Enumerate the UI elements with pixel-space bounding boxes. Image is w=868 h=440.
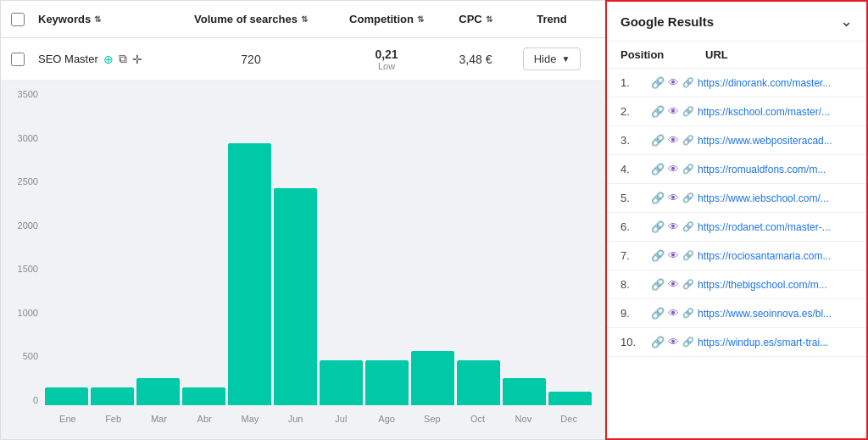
link-icon[interactable]: 🔗 — [651, 134, 665, 147]
volume-sort-icon: ⇅ — [301, 14, 308, 24]
chart-bar — [457, 360, 500, 405]
cpc-column-header[interactable]: CPC ⇅ — [442, 13, 509, 25]
external-link-icon[interactable]: 🔗 — [682, 77, 694, 88]
chart-bar — [136, 378, 180, 405]
eye-icon[interactable]: 👁 — [668, 192, 679, 204]
eye-icon[interactable]: 👁 — [668, 278, 679, 291]
bar-group — [320, 89, 363, 405]
result-item: 6.🔗👁🔗https://rodanet.com/master-... — [607, 213, 866, 242]
eye-icon[interactable]: 👁 — [668, 105, 679, 118]
hide-chevron-icon: ▼ — [561, 54, 570, 64]
result-url[interactable]: https://thebigschool.com/m... — [698, 279, 827, 291]
eye-icon[interactable]: 👁 — [668, 76, 679, 89]
competition-level: Low — [331, 61, 442, 71]
chevron-down-icon[interactable]: ⌄ — [840, 12, 853, 31]
result-position: 8. — [620, 278, 651, 291]
external-link-icon[interactable]: 🔗 — [682, 250, 694, 261]
select-all-checkbox[interactable] — [1, 13, 35, 26]
external-link-icon[interactable]: 🔗 — [682, 164, 694, 175]
chart-bar — [411, 351, 454, 405]
bar-group — [457, 89, 500, 405]
result-url[interactable]: https://dinorank.com/master... — [698, 77, 831, 89]
row-checkbox[interactable] — [1, 53, 35, 66]
link-icon[interactable]: 🔗 — [651, 163, 665, 175]
eye-icon[interactable]: 👁 — [668, 134, 679, 147]
x-axis-label: Jul — [319, 414, 364, 424]
link-icon[interactable]: 🔗 — [651, 105, 665, 118]
link-icon[interactable]: 🔗 — [651, 278, 665, 291]
link-icon[interactable]: 🔗 — [651, 192, 665, 204]
competition-column-header[interactable]: Competition ⇅ — [331, 13, 442, 25]
external-link-icon[interactable]: 🔗 — [682, 135, 694, 146]
link-icon[interactable]: 🔗 — [651, 220, 665, 233]
result-action-icons: 🔗👁🔗 — [651, 307, 694, 320]
external-link-icon[interactable]: 🔗 — [682, 279, 694, 290]
result-position: 7. — [620, 249, 651, 262]
copy-keyword-icon[interactable]: ⧉ — [119, 52, 127, 66]
external-link-icon[interactable]: 🔗 — [682, 106, 694, 117]
external-link-icon[interactable]: 🔗 — [682, 337, 694, 348]
volume-value: 720 — [241, 53, 260, 66]
link-icon[interactable]: 🔗 — [651, 249, 665, 262]
bar-group — [365, 89, 409, 405]
competition-value: 0,21 — [331, 47, 442, 61]
eye-icon[interactable]: 👁 — [668, 249, 679, 262]
result-url[interactable]: https://www.seoinnova.es/bl... — [698, 308, 832, 320]
trend-cell: Hide ▼ — [509, 47, 594, 70]
eye-icon[interactable]: 👁 — [668, 307, 679, 320]
result-url[interactable]: https://rodanet.com/master-... — [698, 221, 831, 233]
external-link-icon[interactable]: 🔗 — [682, 308, 694, 319]
result-action-icons: 🔗👁🔗 — [651, 134, 694, 147]
competition-label: Competition — [349, 13, 414, 25]
chart-bars — [45, 89, 592, 405]
result-url[interactable]: https://www.iebschool.com/... — [698, 192, 829, 204]
keywords-sort-icon: ⇅ — [94, 14, 101, 24]
results-list: 1.🔗👁🔗https://dinorank.com/master...2.🔗👁🔗… — [607, 69, 866, 438]
trend-column-header: Trend — [509, 13, 594, 25]
external-link-icon[interactable]: 🔗 — [682, 192, 694, 203]
bar-group — [548, 89, 592, 405]
result-action-icons: 🔗👁🔗 — [651, 220, 694, 233]
google-results-panel: Google Results ⌄ Position URL 1.🔗👁🔗https… — [605, 0, 868, 440]
eye-icon[interactable]: 👁 — [668, 336, 679, 348]
bar-group — [182, 89, 225, 405]
select-all-input[interactable] — [11, 13, 25, 26]
result-item: 10.🔗👁🔗https://windup.es/smart-trai... — [607, 328, 866, 357]
google-results-title: Google Results — [620, 14, 714, 29]
link-icon[interactable]: 🔗 — [651, 76, 665, 89]
link-icon[interactable]: 🔗 — [651, 307, 665, 320]
add-keyword-icon[interactable]: ⊕ — [103, 53, 114, 66]
cpc-cell: 3,48 € — [442, 53, 509, 66]
result-url[interactable]: https://windup.es/smart-trai... — [698, 337, 828, 348]
volume-cell: 720 — [170, 53, 331, 66]
link-icon[interactable]: 🔗 — [651, 336, 665, 348]
bar-group — [45, 89, 88, 405]
row-check-input[interactable] — [11, 53, 25, 66]
eye-icon[interactable]: 👁 — [668, 163, 679, 175]
eye-icon[interactable]: 👁 — [668, 220, 679, 233]
keywords-column-header[interactable]: Keywords ⇅ — [35, 13, 170, 25]
volume-column-header[interactable]: Volume of searches ⇅ — [170, 13, 331, 25]
competition-cell: 0,21 Low — [331, 47, 442, 71]
volume-label: Volume of searches — [194, 13, 298, 25]
y-axis-label: 3000 — [18, 133, 38, 143]
result-url[interactable]: https://romualdfons.com/m... — [698, 164, 826, 175]
x-axis-label: Mar — [136, 414, 182, 424]
result-position: 1. — [620, 76, 651, 89]
result-action-icons: 🔗👁🔗 — [651, 249, 694, 262]
keywords-label: Keywords — [38, 13, 91, 25]
keyword-row: SEO Master ⊕ ⧉ ✛ 720 0,21 Low 3,48 € Hid… — [1, 38, 605, 81]
keyword-actions: ⊕ ⧉ ✛ — [103, 52, 142, 66]
svg-point-0 — [299, 395, 308, 404]
crosshair-icon[interactable]: ✛ — [132, 53, 142, 66]
result-position: 3. — [620, 134, 651, 147]
external-link-icon[interactable]: 🔗 — [682, 221, 694, 232]
y-axis-label: 0 — [33, 395, 38, 405]
result-item: 3.🔗👁🔗https://www.webpositeracad... — [607, 126, 866, 155]
result-item: 8.🔗👁🔗https://thebigschool.com/m... — [607, 270, 866, 299]
result-url[interactable]: https://kschool.com/master/... — [698, 106, 830, 118]
hide-button[interactable]: Hide ▼ — [523, 47, 581, 70]
trend-label: Trend — [537, 13, 566, 25]
result-url[interactable]: https://www.webpositeracad... — [698, 135, 832, 147]
result-url[interactable]: https://rociosantamaria.com... — [698, 250, 831, 262]
